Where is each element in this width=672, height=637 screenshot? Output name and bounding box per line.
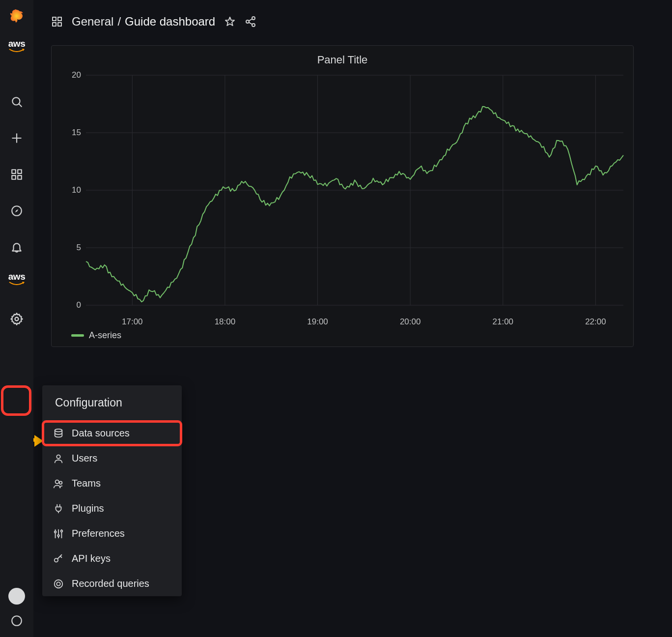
breadcrumb-sep: / (117, 15, 121, 29)
sidebar-item-help[interactable] (6, 610, 27, 631)
popup-item-plugins[interactable]: Plugins (42, 496, 182, 521)
popup-header[interactable]: Configuration (42, 385, 182, 421)
popup-item-users[interactable]: Users (42, 446, 182, 471)
svg-rect-14 (53, 23, 56, 26)
sidebar-item-configuration[interactable] (6, 309, 27, 329)
svg-marker-9 (15, 209, 19, 213)
popup-item-label: Teams (72, 478, 101, 489)
svg-line-20 (249, 19, 252, 21)
svg-rect-6 (12, 175, 16, 179)
share-icon[interactable] (245, 16, 256, 28)
svg-point-41 (57, 534, 59, 536)
popup-item-label: Data sources (72, 428, 130, 439)
key-icon (53, 553, 64, 564)
popup-item-recorded-queries[interactable]: Recorded queries (42, 571, 182, 596)
sidebar-item-profile[interactable] (8, 588, 25, 605)
svg-point-11 (12, 616, 22, 626)
svg-line-1 (19, 104, 21, 106)
compass-icon (10, 204, 23, 217)
svg-point-34 (56, 455, 60, 458)
aws-label: aws (8, 38, 25, 49)
popup-item-teams[interactable]: Teams (42, 471, 182, 496)
chart-area: 0510152017:0018:0019:0020:0021:0022:00 (62, 71, 625, 327)
svg-rect-13 (58, 17, 61, 21)
plug-icon (53, 503, 64, 514)
annotation-highlight-gear (1, 385, 31, 416)
svg-point-45 (56, 582, 60, 585)
breadcrumb-folder[interactable]: General (72, 15, 113, 29)
legend-swatch (71, 334, 84, 337)
svg-point-10 (15, 318, 19, 321)
aws-label-2: aws (8, 271, 25, 282)
popup-item-preferences[interactable]: Preferences (42, 521, 182, 546)
svg-rect-5 (18, 170, 22, 174)
search-icon (10, 95, 23, 108)
bell-icon (10, 241, 23, 254)
popup-item-api-keys[interactable]: API keys (42, 546, 182, 571)
svg-point-44 (55, 579, 63, 588)
breadcrumb: General / Guide dashboard (51, 15, 667, 29)
sidebar-item-aws-2[interactable]: aws (8, 271, 25, 286)
svg-point-40 (55, 531, 56, 533)
users-icon (53, 478, 64, 489)
record-icon (53, 579, 64, 589)
sidebar-item-create[interactable] (6, 128, 27, 148)
popup-item-label: Plugins (72, 503, 104, 514)
dashboard-icon (10, 168, 23, 181)
star-icon[interactable] (224, 16, 236, 28)
svg-rect-7 (18, 175, 22, 179)
sidebar-item-search[interactable] (6, 91, 27, 112)
panel-title: Panel Title (52, 46, 633, 66)
legend-label: A-series (89, 330, 121, 341)
svg-point-35 (56, 480, 59, 483)
help-icon (10, 614, 23, 627)
sidebar-item-dashboards[interactable] (6, 164, 27, 185)
sidebar-item-aws[interactable]: aws (8, 38, 25, 53)
database-icon (53, 428, 64, 439)
dashboard-icon[interactable] (51, 16, 63, 28)
grafana-logo-icon[interactable] (9, 9, 25, 25)
plus-icon (10, 132, 23, 145)
svg-point-36 (59, 481, 62, 484)
sidebar-item-explore[interactable] (6, 201, 27, 221)
popup-item-label: API keys (72, 553, 111, 564)
svg-rect-12 (53, 17, 56, 21)
gear-icon (10, 312, 24, 326)
chart-panel[interactable]: Panel Title 0510152017:0018:0019:0020:00… (51, 45, 634, 347)
svg-point-42 (61, 530, 63, 532)
popup-item-data-sources[interactable]: Data sources (42, 421, 182, 446)
sidebar-item-alerting[interactable] (6, 237, 27, 258)
popup-item-label: Users (72, 453, 97, 464)
svg-point-33 (55, 429, 62, 432)
svg-marker-16 (225, 17, 234, 26)
popup-item-label: Preferences (72, 528, 125, 539)
popup-item-label: Recorded queries (72, 578, 149, 589)
legend[interactable]: A-series (71, 330, 121, 341)
breadcrumb-page[interactable]: Guide dashboard (125, 15, 215, 29)
svg-rect-15 (58, 23, 61, 26)
user-icon (53, 453, 64, 464)
sidebar: aws aws (0, 0, 33, 637)
svg-line-21 (249, 23, 252, 25)
sliders-icon (53, 528, 64, 539)
configuration-popup: Configuration Data sources Users Teams P… (42, 385, 182, 596)
svg-rect-4 (12, 170, 16, 174)
